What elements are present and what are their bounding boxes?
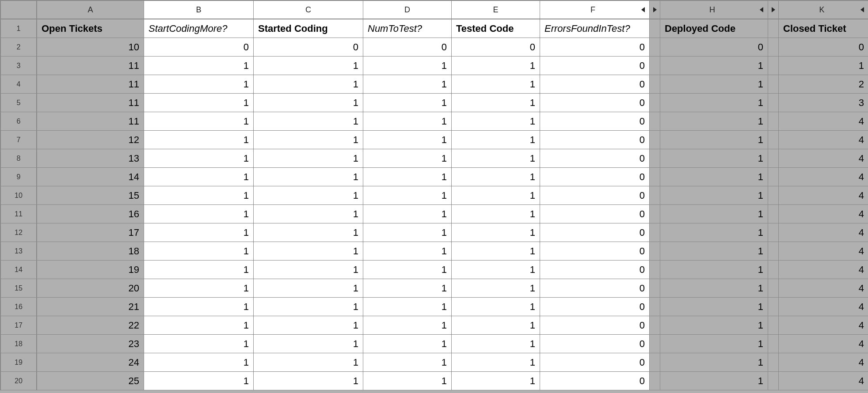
cell-B5[interactable]: 1 [144, 94, 254, 112]
row-header-9[interactable]: 9 [1, 168, 37, 186]
col-header-C[interactable]: C [254, 1, 363, 19]
cell-E13[interactable]: 1 [452, 242, 540, 261]
cell-C6[interactable]: 1 [254, 112, 363, 131]
cell-A10[interactable]: 15 [37, 186, 144, 205]
cell-H19[interactable]: 1 [660, 353, 768, 372]
cell-E2[interactable]: 0 [452, 38, 540, 57]
cell-C3[interactable]: 1 [254, 57, 363, 75]
cell-C4[interactable]: 1 [254, 75, 363, 94]
cell-D4[interactable]: 1 [363, 75, 452, 94]
select-all-corner[interactable] [1, 1, 37, 19]
cell-K11[interactable]: 4 [779, 205, 868, 223]
row-header-4[interactable]: 4 [1, 75, 37, 94]
cell-E3[interactable]: 1 [452, 57, 540, 75]
cell-H4[interactable]: 1 [660, 75, 768, 94]
expand-group-IJ[interactable] [768, 1, 779, 19]
cell-A4[interactable]: 11 [37, 75, 144, 94]
cell-A20[interactable]: 25 [37, 372, 144, 390]
cell-A7[interactable]: 12 [37, 131, 144, 149]
cell-F17[interactable]: 0 [540, 316, 650, 335]
col-header-A[interactable]: A [37, 1, 144, 19]
expand-group-G[interactable] [650, 1, 660, 19]
cell-C1[interactable]: Started Coding [254, 19, 363, 38]
cell-E17[interactable]: 1 [452, 316, 540, 335]
collapse-left-icon[interactable] [641, 7, 645, 12]
cell-D19[interactable]: 1 [363, 353, 452, 372]
cell-H17[interactable]: 1 [660, 316, 768, 335]
cell-C19[interactable]: 1 [254, 353, 363, 372]
cell-B1[interactable]: StartCodingMore? [144, 19, 254, 38]
cell-C2[interactable]: 0 [254, 38, 363, 57]
cell-F16[interactable]: 0 [540, 298, 650, 316]
cell-C18[interactable]: 1 [254, 335, 363, 353]
cell-A5[interactable]: 11 [37, 94, 144, 112]
cell-D11[interactable]: 1 [363, 205, 452, 223]
cell-D5[interactable]: 1 [363, 94, 452, 112]
cell-K20[interactable]: 4 [779, 372, 868, 390]
cell-E19[interactable]: 1 [452, 353, 540, 372]
spreadsheet-grid[interactable]: A B C D E F H K 1 Open Tickets StartCodi… [0, 0, 868, 390]
cell-E10[interactable]: 1 [452, 186, 540, 205]
cell-A18[interactable]: 23 [37, 335, 144, 353]
cell-F7[interactable]: 0 [540, 131, 650, 149]
cell-A12[interactable]: 17 [37, 223, 144, 242]
cell-K6[interactable]: 4 [779, 112, 868, 131]
cell-B19[interactable]: 1 [144, 353, 254, 372]
cell-C17[interactable]: 1 [254, 316, 363, 335]
cell-D15[interactable]: 1 [363, 279, 452, 298]
cell-K12[interactable]: 4 [779, 223, 868, 242]
row-header-16[interactable]: 16 [1, 298, 37, 316]
cell-E6[interactable]: 1 [452, 112, 540, 131]
cell-F5[interactable]: 0 [540, 94, 650, 112]
cell-A16[interactable]: 21 [37, 298, 144, 316]
cell-H16[interactable]: 1 [660, 298, 768, 316]
cell-K1[interactable]: Closed Ticket [779, 19, 868, 38]
cell-E20[interactable]: 1 [452, 372, 540, 390]
cell-A3[interactable]: 11 [37, 57, 144, 75]
cell-E12[interactable]: 1 [452, 223, 540, 242]
cell-A13[interactable]: 18 [37, 242, 144, 261]
cell-K10[interactable]: 4 [779, 186, 868, 205]
cell-K15[interactable]: 4 [779, 279, 868, 298]
cell-B9[interactable]: 1 [144, 168, 254, 186]
cell-D20[interactable]: 1 [363, 372, 452, 390]
cell-F12[interactable]: 0 [540, 223, 650, 242]
cell-K4[interactable]: 2 [779, 75, 868, 94]
col-header-H[interactable]: H [660, 1, 768, 19]
row-header-3[interactable]: 3 [1, 57, 37, 75]
cell-H8[interactable]: 1 [660, 149, 768, 168]
cell-B16[interactable]: 1 [144, 298, 254, 316]
cell-E7[interactable]: 1 [452, 131, 540, 149]
cell-A9[interactable]: 14 [37, 168, 144, 186]
cell-K17[interactable]: 4 [779, 316, 868, 335]
row-header-11[interactable]: 11 [1, 205, 37, 223]
cell-A6[interactable]: 11 [37, 112, 144, 131]
col-header-D[interactable]: D [363, 1, 452, 19]
collapse-left-icon[interactable] [860, 7, 864, 12]
cell-E18[interactable]: 1 [452, 335, 540, 353]
cell-C8[interactable]: 1 [254, 149, 363, 168]
cell-F2[interactable]: 0 [540, 38, 650, 57]
cell-H2[interactable]: 0 [660, 38, 768, 57]
cell-D1[interactable]: NumToTest? [363, 19, 452, 38]
cell-H10[interactable]: 1 [660, 186, 768, 205]
cell-F14[interactable]: 0 [540, 261, 650, 279]
cell-K9[interactable]: 4 [779, 168, 868, 186]
row-header-13[interactable]: 13 [1, 242, 37, 261]
cell-D6[interactable]: 1 [363, 112, 452, 131]
cell-A14[interactable]: 19 [37, 261, 144, 279]
cell-F9[interactable]: 0 [540, 168, 650, 186]
cell-K16[interactable]: 4 [779, 298, 868, 316]
row-header-15[interactable]: 15 [1, 279, 37, 298]
cell-A8[interactable]: 13 [37, 149, 144, 168]
cell-H6[interactable]: 1 [660, 112, 768, 131]
cell-D12[interactable]: 1 [363, 223, 452, 242]
row-header-12[interactable]: 12 [1, 223, 37, 242]
cell-D18[interactable]: 1 [363, 335, 452, 353]
cell-B7[interactable]: 1 [144, 131, 254, 149]
cell-C5[interactable]: 1 [254, 94, 363, 112]
cell-C20[interactable]: 1 [254, 372, 363, 390]
row-header-20[interactable]: 20 [1, 372, 37, 390]
row-header-8[interactable]: 8 [1, 149, 37, 168]
cell-H1[interactable]: Deployed Code [660, 19, 768, 38]
